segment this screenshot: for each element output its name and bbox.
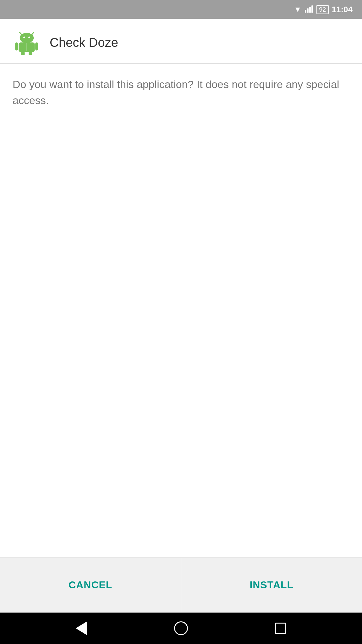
app-icon [13, 28, 41, 57]
svg-rect-2 [309, 7, 311, 13]
main-content: Do you want to install this application?… [0, 64, 362, 557]
svg-rect-12 [21, 51, 25, 55]
status-bar: ▼ 92 11:04 [0, 0, 362, 19]
back-arrow-icon [76, 621, 87, 635]
signal-icon [304, 5, 313, 14]
install-button[interactable]: INSTALL [181, 558, 362, 613]
back-button[interactable] [74, 620, 89, 636]
page-title: Check Doze [50, 36, 118, 50]
svg-point-8 [28, 36, 30, 38]
svg-rect-0 [305, 10, 306, 13]
wifi-icon: ▼ [294, 5, 301, 14]
recent-apps-button[interactable] [273, 620, 288, 636]
svg-point-6 [20, 33, 34, 43]
navigation-bar [0, 613, 362, 644]
status-time: 11:04 [332, 5, 353, 14]
svg-rect-1 [307, 8, 309, 13]
home-button[interactable] [173, 620, 189, 636]
cancel-button[interactable]: CANCEL [0, 558, 181, 613]
description-text: Do you want to install this application?… [13, 76, 349, 108]
svg-rect-10 [15, 42, 18, 51]
svg-rect-11 [35, 42, 38, 51]
recent-apps-icon [275, 623, 286, 634]
svg-rect-3 [311, 5, 313, 13]
svg-point-7 [23, 36, 25, 38]
android-robot-icon [14, 30, 39, 55]
status-icons: ▼ 92 11:04 [294, 5, 353, 14]
action-buttons: CANCEL INSTALL [0, 558, 362, 613]
app-header: Check Doze [0, 19, 362, 63]
svg-rect-13 [29, 51, 32, 55]
home-icon [174, 621, 188, 635]
battery-icon: 92 [316, 5, 328, 14]
